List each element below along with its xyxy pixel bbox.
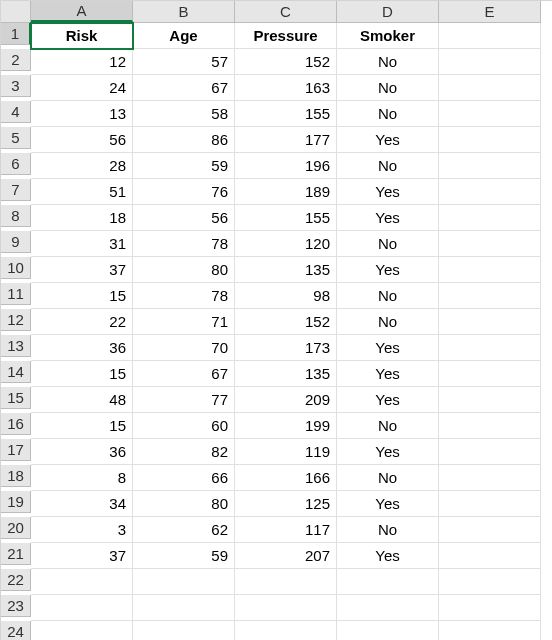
cell-D15[interactable]: Yes bbox=[337, 387, 439, 413]
cell-E21[interactable] bbox=[439, 543, 541, 569]
cell-A13[interactable]: 36 bbox=[31, 335, 133, 361]
cell-B11[interactable]: 78 bbox=[133, 283, 235, 309]
cell-C22[interactable] bbox=[235, 569, 337, 595]
cell-D6[interactable]: No bbox=[337, 153, 439, 179]
cell-A3[interactable]: 24 bbox=[31, 75, 133, 101]
col-header-A[interactable]: A bbox=[31, 1, 133, 22]
row-header-17[interactable]: 17 bbox=[1, 439, 31, 461]
cell-C21[interactable]: 207 bbox=[235, 543, 337, 569]
cell-C18[interactable]: 166 bbox=[235, 465, 337, 491]
cell-A7[interactable]: 51 bbox=[31, 179, 133, 205]
cell-E19[interactable] bbox=[439, 491, 541, 517]
cell-C4[interactable]: 155 bbox=[235, 101, 337, 127]
cell-C5[interactable]: 177 bbox=[235, 127, 337, 153]
cell-E16[interactable] bbox=[439, 413, 541, 439]
cell-E18[interactable] bbox=[439, 465, 541, 491]
row-header-5[interactable]: 5 bbox=[1, 127, 31, 149]
row-header-18[interactable]: 18 bbox=[1, 465, 31, 487]
cell-A22[interactable] bbox=[31, 569, 133, 595]
cell-B15[interactable]: 77 bbox=[133, 387, 235, 413]
row-header-1[interactable]: 1 bbox=[1, 23, 31, 45]
cell-C3[interactable]: 163 bbox=[235, 75, 337, 101]
cell-E22[interactable] bbox=[439, 569, 541, 595]
cell-B24[interactable] bbox=[133, 621, 235, 640]
cell-A12[interactable]: 22 bbox=[31, 309, 133, 335]
cell-A9[interactable]: 31 bbox=[31, 231, 133, 257]
row-header-24[interactable]: 24 bbox=[1, 621, 31, 640]
cell-B22[interactable] bbox=[133, 569, 235, 595]
row-header-13[interactable]: 13 bbox=[1, 335, 31, 357]
cell-E10[interactable] bbox=[439, 257, 541, 283]
row-header-14[interactable]: 14 bbox=[1, 361, 31, 383]
cell-D20[interactable]: No bbox=[337, 517, 439, 543]
cell-D21[interactable]: Yes bbox=[337, 543, 439, 569]
row-header-2[interactable]: 2 bbox=[1, 49, 31, 71]
cell-B21[interactable]: 59 bbox=[133, 543, 235, 569]
cell-C8[interactable]: 155 bbox=[235, 205, 337, 231]
cell-B17[interactable]: 82 bbox=[133, 439, 235, 465]
cell-B10[interactable]: 80 bbox=[133, 257, 235, 283]
cell-D17[interactable]: Yes bbox=[337, 439, 439, 465]
cell-C7[interactable]: 189 bbox=[235, 179, 337, 205]
row-header-12[interactable]: 12 bbox=[1, 309, 31, 331]
cell-E1[interactable] bbox=[439, 23, 541, 49]
cell-A24[interactable] bbox=[31, 621, 133, 640]
cell-B9[interactable]: 78 bbox=[133, 231, 235, 257]
cell-B23[interactable] bbox=[133, 595, 235, 621]
cell-D12[interactable]: No bbox=[337, 309, 439, 335]
cell-D22[interactable] bbox=[337, 569, 439, 595]
cell-A5[interactable]: 56 bbox=[31, 127, 133, 153]
col-header-B[interactable]: B bbox=[133, 1, 235, 23]
cell-A16[interactable]: 15 bbox=[31, 413, 133, 439]
cell-A1[interactable]: Risk bbox=[31, 23, 133, 49]
cell-E4[interactable] bbox=[439, 101, 541, 127]
cell-C16[interactable]: 199 bbox=[235, 413, 337, 439]
cell-C10[interactable]: 135 bbox=[235, 257, 337, 283]
cell-B8[interactable]: 56 bbox=[133, 205, 235, 231]
cell-E8[interactable] bbox=[439, 205, 541, 231]
cell-C13[interactable]: 173 bbox=[235, 335, 337, 361]
cell-A8[interactable]: 18 bbox=[31, 205, 133, 231]
cell-B4[interactable]: 58 bbox=[133, 101, 235, 127]
cell-D13[interactable]: Yes bbox=[337, 335, 439, 361]
cell-C19[interactable]: 125 bbox=[235, 491, 337, 517]
cell-E9[interactable] bbox=[439, 231, 541, 257]
row-header-21[interactable]: 21 bbox=[1, 543, 31, 565]
cell-E2[interactable] bbox=[439, 49, 541, 75]
cell-A15[interactable]: 48 bbox=[31, 387, 133, 413]
cell-A10[interactable]: 37 bbox=[31, 257, 133, 283]
cell-D9[interactable]: No bbox=[337, 231, 439, 257]
cell-D1[interactable]: Smoker bbox=[337, 23, 439, 49]
cell-D24[interactable] bbox=[337, 621, 439, 640]
cell-C15[interactable]: 209 bbox=[235, 387, 337, 413]
col-header-D[interactable]: D bbox=[337, 1, 439, 23]
cell-B19[interactable]: 80 bbox=[133, 491, 235, 517]
row-header-22[interactable]: 22 bbox=[1, 569, 31, 591]
cell-D18[interactable]: No bbox=[337, 465, 439, 491]
cell-A21[interactable]: 37 bbox=[31, 543, 133, 569]
cell-C9[interactable]: 120 bbox=[235, 231, 337, 257]
cell-E12[interactable] bbox=[439, 309, 541, 335]
cell-D10[interactable]: Yes bbox=[337, 257, 439, 283]
cell-D11[interactable]: No bbox=[337, 283, 439, 309]
cell-C11[interactable]: 98 bbox=[235, 283, 337, 309]
cell-C1[interactable]: Pressure bbox=[235, 23, 337, 49]
cell-A6[interactable]: 28 bbox=[31, 153, 133, 179]
col-header-C[interactable]: C bbox=[235, 1, 337, 23]
cell-E24[interactable] bbox=[439, 621, 541, 640]
cell-B7[interactable]: 76 bbox=[133, 179, 235, 205]
cell-E11[interactable] bbox=[439, 283, 541, 309]
row-header-6[interactable]: 6 bbox=[1, 153, 31, 175]
row-header-19[interactable]: 19 bbox=[1, 491, 31, 513]
cell-E5[interactable] bbox=[439, 127, 541, 153]
cell-C20[interactable]: 117 bbox=[235, 517, 337, 543]
cell-B1[interactable]: Age bbox=[133, 23, 235, 49]
cell-C17[interactable]: 119 bbox=[235, 439, 337, 465]
cell-E3[interactable] bbox=[439, 75, 541, 101]
cell-C2[interactable]: 152 bbox=[235, 49, 337, 75]
row-header-15[interactable]: 15 bbox=[1, 387, 31, 409]
cell-D14[interactable]: Yes bbox=[337, 361, 439, 387]
row-header-4[interactable]: 4 bbox=[1, 101, 31, 123]
cell-B13[interactable]: 70 bbox=[133, 335, 235, 361]
row-header-7[interactable]: 7 bbox=[1, 179, 31, 201]
